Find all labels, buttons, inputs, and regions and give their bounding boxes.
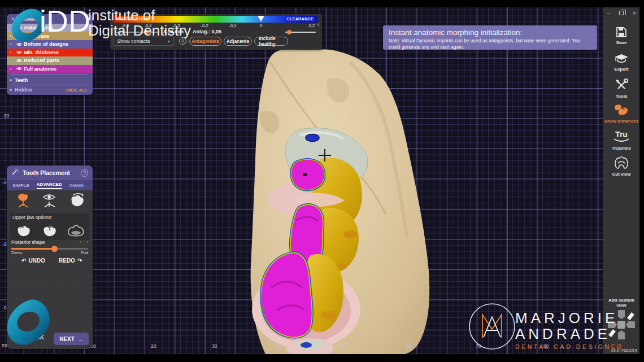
group-label: Teeth <box>15 77 28 83</box>
show-contacts-dropdown[interactable]: Show contacts ▾ <box>113 37 174 46</box>
eye-icon[interactable] <box>15 58 24 63</box>
view-cube-bottom-arrow <box>618 330 625 339</box>
layer-row-bottom-of-designs[interactable]: › Bottom of designs <box>7 40 93 49</box>
show-hide-title: Show/Hide <box>18 16 44 22</box>
divider <box>11 75 88 75</box>
layer-label: Jaw scans <box>24 33 49 39</box>
toolbar-collapse-icon[interactable]: ˄ <box>317 22 320 28</box>
collapse-icon[interactable]: ˄ <box>11 16 14 22</box>
antag-slider[interactable] <box>285 32 316 33</box>
colormap-tick: -0,3 <box>173 23 180 28</box>
contacts-toolbar: INTERSECTION CLEARANCE -0,5 -0,4 -0,3 -0… <box>110 14 322 50</box>
eye-icon[interactable] <box>15 50 24 55</box>
tooth-placement-header[interactable]: Tooth Placement ? <box>7 165 93 180</box>
layer-group-teeth[interactable]: ˅ Teeth <box>7 76 93 85</box>
chevron-right-icon[interactable]: › <box>7 34 15 38</box>
move-tooth-tool-button[interactable] <box>11 191 35 210</box>
expert-button[interactable]: Expert <box>603 53 639 72</box>
colormap-tick: 0 <box>260 23 262 28</box>
slider-handle[interactable] <box>287 30 291 34</box>
layer-row-min-thickness[interactable]: › Min. thickness <box>7 49 93 57</box>
show-distances-icon <box>613 103 629 117</box>
include-healthy-button[interactable]: Include healthy <box>254 37 288 46</box>
antagonists-button[interactable]: Antagonists <box>189 37 221 46</box>
slider-max-label: Flat <box>81 250 88 255</box>
chain-teeth-option-button[interactable] <box>64 221 87 239</box>
x-ruler-tick: 60 <box>406 343 411 349</box>
posterior-shape-slider[interactable] <box>11 248 88 250</box>
dental-model-3d[interactable] <box>237 45 446 356</box>
help-icon[interactable]: ? <box>179 37 186 45</box>
save-button[interactable]: Save <box>603 26 639 45</box>
tab-simple[interactable]: SIMPLE <box>12 183 29 188</box>
close-button[interactable]: × <box>633 10 636 16</box>
colormap-tick: -0,1 <box>229 23 237 28</box>
help-icon[interactable]: ? <box>81 169 88 177</box>
distance-colormap[interactable]: INTERSECTION CLEARANCE <box>113 16 317 23</box>
crosshair-cursor-icon <box>319 149 331 162</box>
y-ruler-tick: -30 <box>2 113 9 119</box>
minimize-button[interactable]: – <box>607 10 610 16</box>
layer-row-full-anatomic[interactable]: › Full anatomic <box>7 65 93 73</box>
layer-row-jaw-scans[interactable]: › Jaw scans <box>7 32 93 41</box>
view-cube-widget[interactable] <box>607 306 636 346</box>
view-cube-top-arrow <box>618 310 625 319</box>
slider-handle[interactable] <box>144 30 149 34</box>
app-window: -30 -20 -10 -0 mm 10 20 30 40 50 60 70 8… <box>0 0 644 362</box>
slider-min-label: Deep <box>11 250 22 255</box>
chevron-right-icon[interactable]: › <box>7 42 15 46</box>
tab-chain[interactable]: CHAIN <box>69 183 84 188</box>
cut-view-button[interactable]: Cut view <box>603 155 639 177</box>
bottom-letterbox <box>0 354 644 362</box>
view-cube-center <box>617 321 625 329</box>
chevron-down-icon[interactable]: ˅ <box>7 78 15 82</box>
cut-tooth-option-button[interactable]: ✂ <box>12 221 35 239</box>
hide-all-button[interactable]: HIDE ALL <box>66 88 88 93</box>
prev-shape-icon[interactable]: ‹ <box>80 239 81 245</box>
show-hide-header[interactable]: ˄ Show/Hide <box>7 14 93 24</box>
layer-row-antagonists[interactable]: Antagonists <box>7 24 93 32</box>
layer-label: Full anatomic <box>24 66 56 72</box>
eye-icon[interactable] <box>15 66 24 71</box>
tooth-placement-tabs: SIMPLE ADVANCED CHAIN <box>7 180 93 190</box>
next-button[interactable]: NEXT → <box>54 333 89 345</box>
chevron-down-icon[interactable]: ˅ <box>7 88 15 92</box>
slider-handle[interactable] <box>51 246 58 252</box>
restore-button[interactable] <box>619 11 624 15</box>
redo-button[interactable]: REDO ↷ <box>59 258 82 264</box>
x-ruler-tick: 70 <box>476 343 481 349</box>
layer-group-hidden[interactable]: ˅ Hidden HIDE ALL <box>7 86 93 94</box>
distance-slider[interactable] <box>115 32 159 33</box>
chevron-right-icon[interactable]: › <box>7 50 15 54</box>
posterior-shape-label: Posterior shape <box>11 239 45 245</box>
layer-label: Min. thickness <box>24 50 59 55</box>
back-arrow-icon: ← <box>19 334 25 341</box>
colormap-tick: -0,5 <box>122 23 129 28</box>
undo-button[interactable]: ↶ UNDO <box>21 258 45 264</box>
tab-advanced[interactable]: ADVANCED <box>37 182 62 189</box>
next-shape-icon[interactable]: › <box>86 239 88 245</box>
intrude-tooth-option-button[interactable] <box>38 221 61 239</box>
notification-title: Instant anatomic morphing initialization… <box>389 28 591 37</box>
eye-icon[interactable] <box>15 25 24 30</box>
show-distances-button[interactable]: Show distances <box>603 103 639 124</box>
eye-icon[interactable] <box>15 33 24 38</box>
dropdown-value: Show contacts <box>117 38 150 44</box>
trusmile-button[interactable]: Tru TruSmile <box>603 129 639 151</box>
layer-row-reduced-parts[interactable]: Reduced parts <box>7 56 93 65</box>
clearance-label: CLEARANCE <box>285 17 315 21</box>
redo-icon: ↷ <box>77 258 82 264</box>
colormap-marker-icon[interactable] <box>258 16 264 21</box>
rotate-tooth-tool-button[interactable] <box>66 191 89 210</box>
colormap-tick: -0,4 <box>145 23 152 28</box>
adjacents-button[interactable]: Adjacents <box>224 37 252 46</box>
chevron-right-icon[interactable]: › <box>7 67 15 71</box>
back-button[interactable]: ← BACK <box>19 334 44 341</box>
eye-icon[interactable] <box>15 42 24 47</box>
show-hide-panel: ˄ Show/Hide Antagonists › Jaw scans › Bo… <box>7 14 93 95</box>
group-label: Hidden <box>15 87 32 93</box>
upper-jaw-options-label: Upper jaw options: <box>12 215 52 220</box>
view-direction-tool-button[interactable] <box>38 191 62 210</box>
tools-button[interactable]: Tools <box>603 78 639 99</box>
y-ruler-tick: -0 <box>2 305 7 311</box>
